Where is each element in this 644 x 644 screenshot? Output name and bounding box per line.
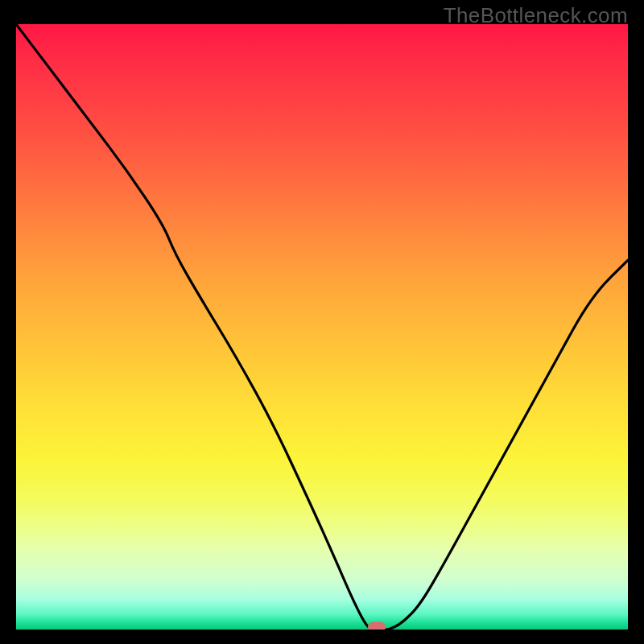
plot-area [16,24,628,630]
bottleneck-curve [16,24,628,630]
watermark-text: TheBottleneck.com [444,3,628,28]
optimum-marker [368,622,386,630]
chart-frame: TheBottleneck.com [0,0,644,644]
